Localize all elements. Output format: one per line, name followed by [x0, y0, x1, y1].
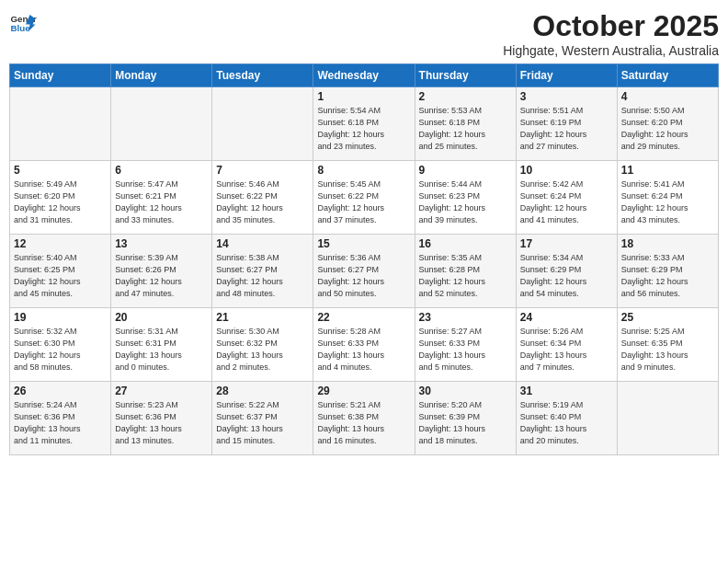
day-info: Sunrise: 5:23 AM Sunset: 6:36 PM Dayligh… [115, 399, 208, 447]
day-number: 15 [317, 237, 410, 250]
calendar-cell: 31Sunrise: 5:19 AM Sunset: 6:40 PM Dayli… [516, 382, 617, 455]
day-info: Sunrise: 5:40 AM Sunset: 6:25 PM Dayligh… [14, 252, 107, 300]
day-number: 28 [216, 385, 309, 397]
day-number: 22 [317, 311, 410, 324]
day-info: Sunrise: 5:28 AM Sunset: 6:33 PM Dayligh… [317, 326, 410, 373]
calendar-week-row: 1Sunrise: 5:54 AM Sunset: 6:18 PM Daylig… [10, 87, 719, 161]
calendar-cell: 16Sunrise: 5:35 AM Sunset: 6:28 PM Dayli… [415, 235, 516, 308]
calendar-cell: 17Sunrise: 5:34 AM Sunset: 6:29 PM Dayli… [516, 235, 617, 308]
day-number: 5 [14, 164, 107, 177]
day-info: Sunrise: 5:45 AM Sunset: 6:22 PM Dayligh… [317, 178, 410, 226]
calendar-cell: 6Sunrise: 5:47 AM Sunset: 6:21 PM Daylig… [111, 161, 212, 235]
day-number: 24 [520, 311, 613, 324]
day-info: Sunrise: 5:31 AM Sunset: 6:31 PM Dayligh… [115, 326, 208, 373]
day-info: Sunrise: 5:36 AM Sunset: 6:27 PM Dayligh… [317, 252, 410, 300]
calendar-week-row: 26Sunrise: 5:24 AM Sunset: 6:36 PM Dayli… [10, 382, 719, 455]
day-info: Sunrise: 5:35 AM Sunset: 6:28 PM Dayligh… [419, 252, 512, 300]
day-info: Sunrise: 5:47 AM Sunset: 6:21 PM Dayligh… [115, 178, 208, 226]
calendar-cell: 26Sunrise: 5:24 AM Sunset: 6:36 PM Dayli… [10, 382, 111, 455]
calendar-cell: 2Sunrise: 5:53 AM Sunset: 6:18 PM Daylig… [415, 87, 516, 161]
calendar-cell: 27Sunrise: 5:23 AM Sunset: 6:36 PM Dayli… [111, 382, 212, 455]
weekday-header: Friday [516, 64, 617, 87]
day-info: Sunrise: 5:46 AM Sunset: 6:22 PM Dayligh… [216, 178, 309, 226]
day-info: Sunrise: 5:24 AM Sunset: 6:36 PM Dayligh… [14, 399, 107, 447]
day-info: Sunrise: 5:49 AM Sunset: 6:20 PM Dayligh… [14, 178, 107, 226]
day-number: 3 [520, 90, 613, 103]
calendar-cell: 29Sunrise: 5:21 AM Sunset: 6:38 PM Dayli… [313, 382, 415, 455]
day-number: 25 [621, 311, 714, 324]
day-number: 12 [14, 237, 107, 250]
day-number: 29 [317, 385, 410, 397]
day-info: Sunrise: 5:33 AM Sunset: 6:29 PM Dayligh… [621, 252, 714, 300]
weekday-header: Wednesday [313, 64, 415, 87]
weekday-row: SundayMondayTuesdayWednesdayThursdayFrid… [10, 64, 719, 87]
weekday-header: Tuesday [212, 64, 313, 87]
day-number: 17 [520, 237, 613, 250]
calendar-cell [10, 87, 111, 161]
day-number: 6 [115, 164, 208, 177]
weekday-header: Monday [111, 64, 212, 87]
title-block: October 2025 Highgate, Western Australia… [503, 9, 719, 58]
calendar-cell: 13Sunrise: 5:39 AM Sunset: 6:26 PM Dayli… [111, 235, 212, 308]
day-number: 30 [419, 385, 512, 397]
month-title: October 2025 [503, 9, 719, 43]
day-number: 7 [216, 164, 309, 177]
calendar-cell [111, 87, 212, 161]
weekday-header: Saturday [617, 64, 718, 87]
day-info: Sunrise: 5:20 AM Sunset: 6:39 PM Dayligh… [419, 399, 512, 447]
day-number: 14 [216, 237, 309, 250]
day-info: Sunrise: 5:54 AM Sunset: 6:18 PM Dayligh… [317, 105, 410, 153]
calendar-cell: 21Sunrise: 5:30 AM Sunset: 6:32 PM Dayli… [212, 308, 313, 382]
day-info: Sunrise: 5:50 AM Sunset: 6:20 PM Dayligh… [621, 105, 714, 153]
calendar-cell: 10Sunrise: 5:42 AM Sunset: 6:24 PM Dayli… [516, 161, 617, 235]
calendar-table: SundayMondayTuesdayWednesdayThursdayFrid… [9, 63, 719, 455]
calendar-cell: 12Sunrise: 5:40 AM Sunset: 6:25 PM Dayli… [10, 235, 111, 308]
day-number: 21 [216, 311, 309, 324]
day-info: Sunrise: 5:34 AM Sunset: 6:29 PM Dayligh… [520, 252, 613, 300]
calendar-cell: 8Sunrise: 5:45 AM Sunset: 6:22 PM Daylig… [313, 161, 415, 235]
calendar-body: 1Sunrise: 5:54 AM Sunset: 6:18 PM Daylig… [10, 87, 719, 455]
calendar-cell: 4Sunrise: 5:50 AM Sunset: 6:20 PM Daylig… [617, 87, 718, 161]
day-number: 1 [317, 90, 410, 103]
calendar-cell: 20Sunrise: 5:31 AM Sunset: 6:31 PM Dayli… [111, 308, 212, 382]
day-info: Sunrise: 5:26 AM Sunset: 6:34 PM Dayligh… [520, 326, 613, 373]
day-number: 27 [115, 385, 208, 397]
calendar-week-row: 19Sunrise: 5:32 AM Sunset: 6:30 PM Dayli… [10, 308, 719, 382]
calendar-cell: 18Sunrise: 5:33 AM Sunset: 6:29 PM Dayli… [617, 235, 718, 308]
day-info: Sunrise: 5:32 AM Sunset: 6:30 PM Dayligh… [14, 326, 107, 373]
day-info: Sunrise: 5:44 AM Sunset: 6:23 PM Dayligh… [419, 178, 512, 226]
calendar-week-row: 12Sunrise: 5:40 AM Sunset: 6:25 PM Dayli… [10, 235, 719, 308]
day-info: Sunrise: 5:53 AM Sunset: 6:18 PM Dayligh… [419, 105, 512, 153]
day-number: 18 [621, 237, 714, 250]
day-number: 16 [419, 237, 512, 250]
day-number: 20 [115, 311, 208, 324]
calendar-cell [617, 382, 718, 455]
weekday-header: Sunday [10, 64, 111, 87]
day-number: 13 [115, 237, 208, 250]
day-number: 11 [621, 164, 714, 177]
day-info: Sunrise: 5:21 AM Sunset: 6:38 PM Dayligh… [317, 399, 410, 447]
logo: General Blue [9, 9, 37, 37]
page-header: General Blue October 2025 Highgate, West… [9, 9, 719, 58]
calendar-cell: 14Sunrise: 5:38 AM Sunset: 6:27 PM Dayli… [212, 235, 313, 308]
calendar-cell: 28Sunrise: 5:22 AM Sunset: 6:37 PM Dayli… [212, 382, 313, 455]
location-title: Highgate, Western Australia, Australia [503, 43, 719, 58]
day-info: Sunrise: 5:19 AM Sunset: 6:40 PM Dayligh… [520, 399, 613, 447]
day-info: Sunrise: 5:41 AM Sunset: 6:24 PM Dayligh… [621, 178, 714, 226]
calendar-cell: 23Sunrise: 5:27 AM Sunset: 6:33 PM Dayli… [415, 308, 516, 382]
calendar-cell [212, 87, 313, 161]
day-number: 9 [419, 164, 512, 177]
day-info: Sunrise: 5:22 AM Sunset: 6:37 PM Dayligh… [216, 399, 309, 447]
day-number: 23 [419, 311, 512, 324]
day-info: Sunrise: 5:27 AM Sunset: 6:33 PM Dayligh… [419, 326, 512, 373]
day-number: 31 [520, 385, 613, 397]
day-number: 19 [14, 311, 107, 324]
day-info: Sunrise: 5:38 AM Sunset: 6:27 PM Dayligh… [216, 252, 309, 300]
calendar-cell: 3Sunrise: 5:51 AM Sunset: 6:19 PM Daylig… [516, 87, 617, 161]
day-info: Sunrise: 5:39 AM Sunset: 6:26 PM Dayligh… [115, 252, 208, 300]
calendar-cell: 22Sunrise: 5:28 AM Sunset: 6:33 PM Dayli… [313, 308, 415, 382]
calendar-cell: 11Sunrise: 5:41 AM Sunset: 6:24 PM Dayli… [617, 161, 718, 235]
day-number: 2 [419, 90, 512, 103]
day-number: 8 [317, 164, 410, 177]
day-number: 4 [621, 90, 714, 103]
